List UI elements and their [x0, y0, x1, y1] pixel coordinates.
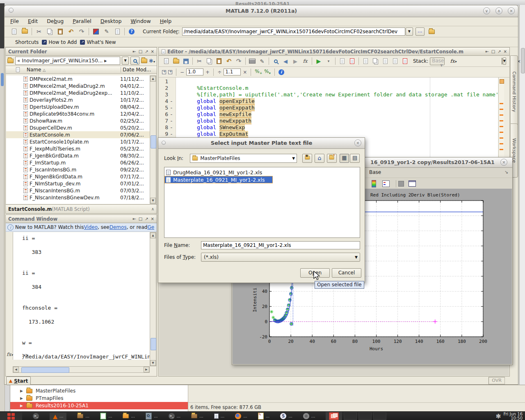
up-folder-icon[interactable] [429, 30, 435, 34]
code-line[interactable]: 1 [159, 78, 498, 85]
next-cell-icon[interactable] [168, 70, 172, 74]
simulink-icon[interactable] [92, 27, 100, 36]
file-row[interactable]: EstartConsole.m07/06/2... [6, 131, 150, 138]
save-icon[interactable] [182, 57, 190, 66]
taskbar-item-writer-icon[interactable]: ✎... [258, 413, 270, 420]
minimize-button[interactable]: ∨ [483, 7, 490, 14]
shortcut-what-s-new[interactable]: ↗What's New [80, 39, 116, 45]
editor-header[interactable]: Editor - /media/data/EASY/InovImager_jwr… [159, 48, 509, 56]
copy-icon[interactable] [205, 57, 213, 66]
close-panel-icon[interactable]: × [504, 49, 507, 54]
maximize-panel-icon[interactable]: □ [139, 49, 142, 54]
paste-icon[interactable] [215, 57, 223, 66]
scroll-right-arrow[interactable]: ▶ [144, 367, 149, 372]
code-line[interactable]: 4-global openExpfile [159, 98, 498, 105]
address-dropdown-button[interactable]: ▼ [122, 57, 129, 65]
new-file-icon[interactable] [162, 57, 170, 66]
dock-figure-icon[interactable] [409, 180, 416, 187]
mlint-warning-mark[interactable] [500, 114, 503, 116]
current-folder-file-list[interactable]: DMPexcel2mat.m11/11/2...DMPexcel2mat_Med… [6, 75, 150, 204]
address-expand-icon[interactable]: ▶ [104, 59, 107, 63]
mlint-warning-mark[interactable] [500, 109, 503, 110]
cut-icon[interactable]: ✂ [195, 57, 203, 66]
menu-file[interactable]: File [10, 18, 19, 24]
close-button[interactable]: × [508, 7, 515, 14]
figure-close-button[interactable]: × [500, 159, 507, 166]
mlint-marker-bar[interactable] [498, 78, 504, 158]
home-button[interactable]: ⌂ [315, 154, 324, 163]
code-line[interactable]: 5-global openExppath [159, 105, 498, 111]
profiler-icon[interactable] [113, 27, 121, 36]
console-output-area[interactable]: ii = 383ii = 384fhconsole = 173.1062w =/… [13, 232, 150, 360]
file-row[interactable]: DMPexcel2mat.m11/11/2... [6, 75, 150, 82]
continue-icon[interactable] [391, 57, 399, 66]
cell-info-icon[interactable]: i [278, 69, 284, 75]
decrease-value-button[interactable]: − [180, 69, 184, 75]
tree-item[interactable]: ▶MasterPlateFiles [10, 387, 188, 395]
file-row[interactable]: DMPexcel2mat_MediaDrug2.m04/01/2... [6, 82, 150, 89]
scrollbar-thumb[interactable] [151, 338, 156, 350]
run-caret-icon[interactable]: ▾ [324, 57, 333, 66]
figure-menu-fragment[interactable]: Base [369, 169, 381, 175]
files-of-type-combobox[interactable]: (*.xls) ▼ [201, 253, 360, 262]
dock-icon[interactable]: ⇤ [485, 49, 488, 54]
matlab-titlebar[interactable]: MATLAB 7.12.0 (R2011a) ∨ ∧ × [5, 5, 518, 17]
expand-arrow-icon[interactable]: ▶ [20, 404, 23, 408]
current-folder-path-input[interactable] [182, 27, 405, 36]
exit-debug-icon[interactable] [401, 57, 409, 66]
forward-icon[interactable]: ▶ [291, 57, 299, 66]
expand-arrow-icon[interactable]: ▶ [20, 396, 23, 400]
percent-plus-icon[interactable]: %+ [255, 68, 262, 75]
file-row[interactable]: EstartConsole10plate.m10/17/2... [6, 138, 150, 145]
file-row[interactable]: F_ImStartup.m06/26/2... [6, 159, 150, 166]
combo-dropdown-arrow[interactable]: ▼ [355, 253, 358, 261]
current-folder-panel-header[interactable]: Current Folder ⇤ □ ↗ × [6, 48, 157, 56]
background-left-scroll-thumb[interactable] [1, 73, 4, 86]
cut-icon[interactable]: ✂ [35, 27, 43, 36]
run-icon[interactable]: ▶ [315, 57, 323, 66]
taskbar-item-document-icon[interactable]: ... [214, 413, 225, 419]
compare-icon[interactable]: ✎ [258, 57, 266, 66]
dialog-close-button[interactable]: × [354, 139, 361, 146]
command-window-header[interactable]: Command Window ⇤ □ ↗ × [6, 215, 157, 223]
menu-help[interactable]: Help [160, 18, 172, 24]
name-column-header[interactable]: Name △ [27, 67, 121, 73]
file-type-column-icon[interactable] [16, 67, 20, 72]
maximize-button[interactable]: ∧ [495, 7, 502, 14]
function-icon[interactable]: fx [301, 57, 309, 66]
menu-parallel[interactable]: Parallel [73, 18, 91, 24]
current-folder-scrollbar[interactable]: ▲ ▼ [150, 75, 156, 204]
code-line[interactable]: 7-global newExppath [159, 118, 498, 124]
undo-icon[interactable]: ↶ [225, 57, 233, 66]
file-row[interactable]: F_NImStartup_dev.m07/01/2... [6, 180, 150, 187]
code-line[interactable]: 6-global newExpfile [159, 111, 498, 118]
code-line[interactable]: 9-global ExpOutmat [159, 131, 498, 137]
new-file-icon[interactable] [10, 27, 18, 36]
menu-window[interactable]: Window [130, 18, 151, 24]
scroll-up-arrow[interactable]: ▲ [150, 233, 156, 238]
up-one-level-button[interactable]: ▲ [302, 154, 312, 163]
getting-started-link[interactable]: Ge [147, 224, 154, 230]
look-in-combobox[interactable]: MasterPlateFiles ▼ [190, 154, 297, 163]
maximize-panel-icon[interactable]: □ [139, 217, 142, 221]
open-file-icon[interactable] [21, 27, 29, 36]
file-row[interactable]: F_NIscanIntensBG.m07/03/2... [6, 187, 150, 194]
file-row[interactable]: F_IexpMultiTseries.m05/23/2... [6, 145, 150, 152]
step-icon[interactable] [361, 57, 370, 66]
file-row[interactable]: DsuperCellDev.m05/20/2... [6, 124, 150, 131]
tab-command-history[interactable]: Command History [510, 55, 518, 128]
undock-icon[interactable]: ↗ [498, 49, 501, 54]
dialog-file-list[interactable]: DrugMedia_16_0921_MI_yor1-2.xlsMasterpla… [164, 167, 360, 238]
taskbar-item-terminal-icon[interactable]: >_ [33, 413, 39, 419]
address-text[interactable]: InovImager_jwrCF_WINLinx150... [22, 58, 103, 64]
video-link[interactable]: Video [84, 224, 98, 230]
guide-icon[interactable]: ✎ [103, 27, 111, 36]
legend-icon[interactable] [382, 180, 390, 187]
maximize-panel-icon[interactable]: □ [491, 49, 495, 54]
fx-button[interactable]: fx▾ [7, 352, 13, 357]
menu-debug[interactable]: Debug [47, 18, 64, 24]
scroll-up-arrow[interactable]: ▲ [150, 76, 156, 82]
percent-minus-icon[interactable]: %▾ [264, 68, 270, 75]
stack-dropdown[interactable]: Base▼ [430, 57, 444, 65]
mlint-status-square[interactable] [500, 79, 504, 84]
